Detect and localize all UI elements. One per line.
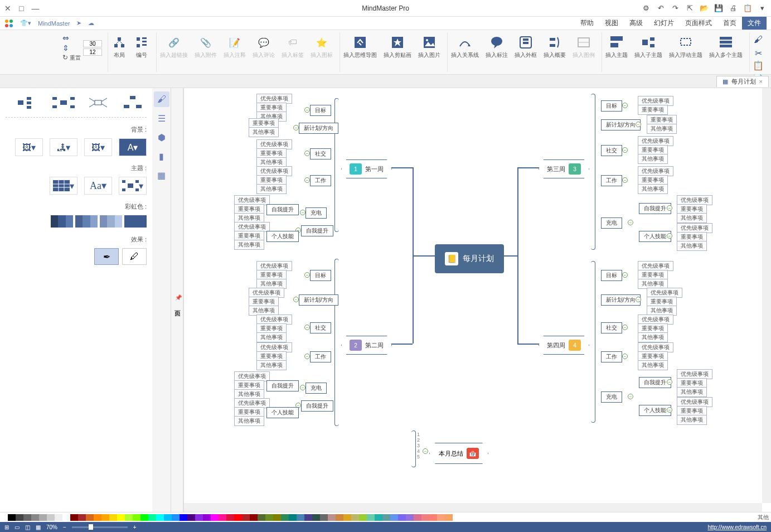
color-cell[interactable] (429, 514, 437, 521)
sb-grid-icon[interactable]: ⊞ (4, 524, 9, 530)
insert-hyperlink-button[interactable]: 🔗插入超链接 (159, 33, 189, 60)
theme-2[interactable]: Aa▾ (84, 177, 112, 195)
color-cell[interactable] (172, 514, 180, 521)
color-cell[interactable] (140, 514, 148, 521)
week1-node[interactable]: 1 第一周 (341, 159, 392, 178)
zoom-in-icon[interactable]: + (133, 524, 137, 530)
w2-goal[interactable]: 目标 (310, 270, 331, 281)
w1-plan[interactable]: 新计划/方向 (299, 123, 338, 134)
insert-outline-button[interactable]: 插入外框 (513, 33, 538, 60)
theme-3[interactable]: ▾ (119, 177, 147, 195)
color-cell[interactable] (336, 514, 343, 521)
spacing-h-input[interactable] (83, 40, 102, 47)
status-url[interactable]: http://www.edrawsoft.cn (707, 524, 767, 530)
w4-social[interactable]: 社交 (601, 322, 622, 333)
reset-icon[interactable]: ↻ 重置 (62, 54, 81, 62)
color-strip-label[interactable]: 其他 (758, 514, 769, 521)
color-cell[interactable] (382, 514, 390, 521)
color-cell[interactable] (398, 514, 406, 521)
shirt-icon[interactable]: 👕▾ (20, 20, 31, 27)
w3-plan[interactable]: 新计划/方向 (601, 119, 641, 130)
color-cell[interactable] (414, 514, 421, 521)
bg-2[interactable]: 🏞▾ (50, 138, 77, 156)
color-cell[interactable] (180, 514, 187, 521)
w2-personal[interactable]: 自我提升 (301, 400, 333, 412)
minimize-window-icon[interactable]: — (31, 4, 39, 13)
sb-layout1-icon[interactable]: ▭ (14, 524, 20, 530)
vertical-scrollbar[interactable] (762, 88, 771, 503)
color-cell[interactable] (265, 514, 273, 521)
color-cell[interactable] (156, 514, 164, 521)
insert-topic-button[interactable]: 插入主题 (604, 33, 629, 60)
w2-plan[interactable]: 新计划/方向 (299, 294, 338, 306)
color-cell[interactable] (31, 514, 39, 521)
horizontal-scrollbar[interactable] (184, 503, 762, 512)
color-cell[interactable] (211, 514, 219, 521)
week2-node[interactable]: 2 第二周 (341, 336, 392, 355)
tab-slides[interactable]: 幻灯片 (648, 17, 680, 30)
w3-goal[interactable]: 目标 (601, 100, 622, 112)
canvas[interactable]: 📒 每月计划 1 第一周 2 第二周 第三周 (184, 88, 771, 512)
color-cell[interactable] (359, 514, 367, 521)
color-cell[interactable] (86, 514, 94, 521)
w2-charge[interactable]: 充电 (306, 383, 327, 394)
insert-subtopic-button[interactable]: 插入子主题 (633, 33, 663, 60)
qa-dropdown-icon[interactable]: ▾ (758, 4, 767, 13)
cloud-icon[interactable]: ☁ (88, 20, 94, 27)
swatch-1[interactable] (51, 215, 73, 228)
insert-relation-button[interactable]: 插入关系线 (450, 33, 480, 60)
color-cell[interactable] (289, 514, 297, 521)
color-cell[interactable] (250, 514, 258, 521)
tab-view[interactable]: 视图 (599, 17, 624, 30)
color-cell[interactable] (219, 514, 226, 521)
week4-node[interactable]: 第四周 4 (539, 336, 589, 355)
insert-image-button[interactable]: 插入图片 (417, 33, 442, 60)
maximize-window-icon[interactable]: □ (19, 4, 23, 13)
color-cell[interactable] (109, 514, 117, 521)
color-cell[interactable] (101, 514, 109, 521)
layout-branch-button[interactable]: 布局 (110, 33, 128, 60)
effect-pen[interactable]: ✒ (94, 248, 119, 265)
root-node[interactable]: 📒 每月计划 (435, 244, 504, 273)
qa-print-icon[interactable]: 🖨 (729, 4, 738, 13)
color-cell[interactable] (133, 514, 140, 521)
color-cell[interactable] (8, 514, 16, 521)
qa-clipboard-icon[interactable]: 📋 (743, 4, 752, 13)
color-cell[interactable] (320, 514, 328, 521)
qa-open-icon[interactable]: 📂 (700, 4, 709, 13)
color-cell[interactable] (70, 514, 78, 521)
w4-goal[interactable]: 目标 (601, 270, 622, 281)
zoom-slider[interactable] (72, 526, 128, 528)
layout-number-button[interactable]: 编号 (133, 33, 151, 60)
color-cell[interactable] (343, 514, 351, 521)
color-cell[interactable] (242, 514, 250, 521)
w2-social[interactable]: 社交 (310, 322, 331, 333)
color-cell[interactable] (164, 514, 172, 521)
color-cell[interactable] (125, 514, 133, 521)
color-cell[interactable] (117, 514, 125, 521)
color-cell[interactable] (16, 514, 23, 521)
summary-plus[interactable]: − (423, 448, 428, 454)
qa-save-icon[interactable]: 💾 (714, 4, 723, 13)
color-cell[interactable] (148, 514, 156, 521)
swatch-4[interactable] (124, 215, 147, 228)
color-cell[interactable] (258, 514, 265, 521)
color-cell[interactable] (47, 514, 55, 521)
pin-icon[interactable]: 📌 (175, 294, 181, 301)
w4-plan[interactable]: 新计划/方向 (601, 294, 641, 306)
format-painter-icon[interactable]: 🖌 (752, 33, 764, 46)
w1-review[interactable]: 自我提升 (301, 225, 333, 236)
doc-name[interactable]: MindMaster (38, 20, 70, 27)
qa-redo-icon[interactable]: ↷ (671, 4, 680, 13)
insert-float-topic-button[interactable]: 插入浮动主题 (668, 33, 704, 60)
color-cell[interactable] (62, 514, 70, 521)
qa-settings-icon[interactable]: ⚙ (642, 4, 651, 13)
insert-note-button[interactable]: 📝插入注释 (222, 33, 247, 60)
color-cell[interactable] (375, 514, 382, 521)
insert-mindmap-button[interactable]: 插入思维导图 (342, 33, 378, 60)
summary-node[interactable]: 本月总结 📅 (429, 443, 488, 464)
insert-table-button[interactable]: 插入图例 (571, 33, 596, 60)
insert-icon-button[interactable]: ⭐插入图标 (309, 33, 334, 60)
color-cell[interactable] (203, 514, 211, 521)
sb-layout2-icon[interactable]: ◫ (25, 524, 30, 530)
